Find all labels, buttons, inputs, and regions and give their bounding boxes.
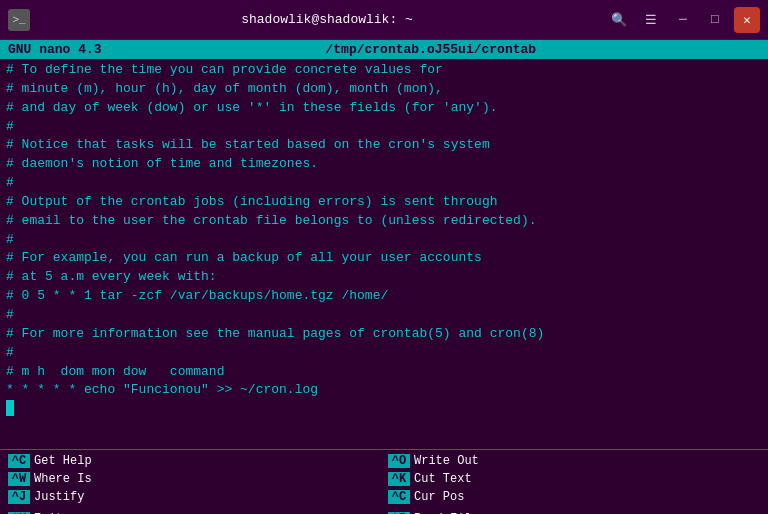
menu-button[interactable]: ☰ xyxy=(638,7,664,33)
shortcut-key: ^O xyxy=(388,454,410,468)
shortcut-key: ^K xyxy=(388,472,410,486)
terminal-icon-glyph: >_ xyxy=(12,14,25,26)
shortcut-label: Justify xyxy=(34,490,84,504)
shortcut-key: ^C xyxy=(388,490,410,504)
editor-line: # xyxy=(6,344,762,363)
titlebar-controls: 🔍 ☰ ─ □ ✕ xyxy=(606,7,760,33)
editor-line: # email to the user the crontab file bel… xyxy=(6,212,762,231)
shortcut-row: ^CGet Help^OWrite Out^WWhere Is^KCut Tex… xyxy=(0,450,768,508)
editor-line: # To define the time you can provide con… xyxy=(6,61,762,80)
nano-header: GNU nano 4.3 /tmp/crontab.oJ55ui/crontab xyxy=(0,40,768,59)
editor-line: # Notice that tasks will be started base… xyxy=(6,136,762,155)
editor-line: # xyxy=(6,231,762,250)
shortcut-item[interactable]: ^RRead File xyxy=(384,510,764,514)
cursor-block xyxy=(6,400,14,416)
shortcut-row: ^XExit^RRead File^\Replace^UPaste Text^T… xyxy=(0,508,768,514)
shortcut-item[interactable]: ^JJustify xyxy=(4,488,384,506)
editor-line: # Output of the crontab jobs (including … xyxy=(6,193,762,212)
nano-version: GNU nano 4.3 xyxy=(8,42,102,57)
shortcut-label: Cut Text xyxy=(414,472,472,486)
shortcut-item[interactable]: ^KCut Text xyxy=(384,470,764,488)
minimize-button[interactable]: ─ xyxy=(670,7,696,33)
shortcut-label: Cur Pos xyxy=(414,490,464,504)
shortcut-label: Get Help xyxy=(34,454,92,468)
titlebar-left: >_ xyxy=(8,9,48,31)
shortcut-label: Write Out xyxy=(414,454,479,468)
shortcut-item[interactable]: ^XExit xyxy=(4,510,384,514)
editor-line: # minute (m), hour (h), day of month (do… xyxy=(6,80,762,99)
editor-line: # For more information see the manual pa… xyxy=(6,325,762,344)
editor-line: # xyxy=(6,306,762,325)
shortcut-key: ^W xyxy=(8,472,30,486)
close-button[interactable]: ✕ xyxy=(734,7,760,33)
shortcut-item[interactable]: ^CCur Pos xyxy=(384,488,764,506)
editor-line: * * * * * echo "Funcionou" >> ~/cron.log xyxy=(6,381,762,400)
editor-line: # daemon's notion of time and timezones. xyxy=(6,155,762,174)
nano-filename: /tmp/crontab.oJ55ui/crontab xyxy=(325,42,536,57)
shortcut-label: Where Is xyxy=(34,472,92,486)
editor-area[interactable]: # To define the time you can provide con… xyxy=(0,59,768,449)
shortcut-item[interactable]: ^CGet Help xyxy=(4,452,384,470)
editor-line: # xyxy=(6,118,762,137)
maximize-button[interactable]: □ xyxy=(702,7,728,33)
search-button[interactable]: 🔍 xyxy=(606,7,632,33)
shortcut-key: ^J xyxy=(8,490,30,504)
editor-line: # xyxy=(6,174,762,193)
shortcut-key: ^C xyxy=(8,454,30,468)
editor-line: # For example, you can run a backup of a… xyxy=(6,249,762,268)
terminal-icon: >_ xyxy=(8,9,30,31)
editor-line: # 0 5 * * 1 tar -zcf /var/backups/home.t… xyxy=(6,287,762,306)
shortcut-item[interactable]: ^WWhere Is xyxy=(4,470,384,488)
editor-line: # and day of week (dow) or use '*' in th… xyxy=(6,99,762,118)
cursor-line xyxy=(6,400,762,416)
titlebar-title: shadowlik@shadowlik: ~ xyxy=(48,12,606,27)
editor-line: # at 5 a.m every week with: xyxy=(6,268,762,287)
editor-line: # m h dom mon dow command xyxy=(6,363,762,382)
titlebar: >_ shadowlik@shadowlik: ~ 🔍 ☰ ─ □ ✕ xyxy=(0,0,768,40)
shortcut-item[interactable]: ^OWrite Out xyxy=(384,452,764,470)
bottom-bar: ^CGet Help^OWrite Out^WWhere Is^KCut Tex… xyxy=(0,449,768,514)
